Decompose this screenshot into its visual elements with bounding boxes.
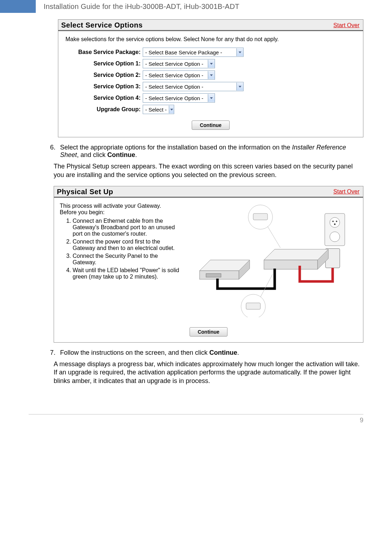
step-6: 6. Select the appropriate options for th… [50,144,363,159]
panel-intro-line-1: This process will activate your Gateway. [60,203,181,209]
select-value: - Select Service Option - [143,61,208,67]
continue-word: Continue [107,151,135,158]
step-body: Select the appropriate options for the i… [60,144,363,159]
svg-rect-11 [253,213,268,220]
panel-title: Physical Set Up [57,188,113,196]
continue-button[interactable]: Continue [190,327,228,337]
select-service-options-panel: Select Service Options Start Over Make s… [58,19,363,137]
document-title: Installation Guide for the iHub-3000B-AD… [44,3,239,11]
svg-rect-9 [206,274,221,277]
service-option-3-select[interactable]: - Select Service Option - [143,82,244,91]
svg-point-3 [332,221,334,222]
svg-line-12 [268,226,280,248]
physical-setup-panel: Physical Set Up Start Over This process … [54,186,363,343]
select-value: - Select Base Service Package - [143,49,236,55]
select-value: - Select - [143,107,169,113]
svg-rect-14 [246,303,260,309]
text: . [135,151,137,158]
step-7: 7. Follow the instructions on the screen… [50,349,363,357]
list-item: Connect the power cord first to the Gate… [73,239,181,251]
chevron-down-icon[interactable] [169,105,174,113]
step-number: 7. [50,349,60,357]
continue-word: Continue [209,349,237,356]
svg-point-2 [330,232,340,242]
svg-rect-7 [264,260,318,269]
panel-header: Physical Set Up Start Over [54,186,363,198]
list-item: Wait until the LED labeled "Power" is so… [73,267,181,280]
list-item: Connect the Security Panel to the Gatewa… [73,253,181,266]
svg-line-15 [260,274,273,297]
svg-rect-5 [334,224,335,225]
chevron-down-icon[interactable] [236,48,243,56]
step-6-follow-text: The Physical Setup screen appears. The e… [54,162,363,180]
page-footer: 9 [29,414,363,435]
gateway-diagram-svg [185,203,357,317]
base-service-select[interactable]: - Select Base Service Package - [143,48,244,57]
svg-point-1 [330,217,340,227]
step-body: Follow the instructions on the screen, a… [60,349,363,357]
text: Follow the instructions on the screen, a… [60,349,209,356]
text: , and click [77,151,107,158]
chevron-down-icon[interactable] [208,94,215,102]
text: . [237,349,239,356]
setup-steps-list: Connect an Ethernet cable from the Gatew… [73,218,181,280]
service-option-2-select[interactable]: - Select Service Option - [143,70,215,80]
panel-title: Select Service Options [61,21,143,29]
select-value: - Select Service Option - [143,72,208,78]
panel-intro: Make selections for the service options … [65,36,356,43]
select-value: - Select Service Option - [143,84,236,90]
base-service-label: Base Service Package: [65,49,143,55]
continue-button[interactable]: Continue [192,121,230,130]
chevron-down-icon[interactable] [236,83,243,90]
header-accent-block [0,0,36,13]
page-header: Installation Guide for the iHub-3000B-AD… [0,0,392,13]
upgrade-group-select[interactable]: - Select - [143,105,174,114]
service-option-1-label: Service Option 1: [65,60,143,67]
service-option-2-label: Service Option 2: [65,72,143,78]
list-item: Connect an Ethernet cable from the Gatew… [73,218,181,237]
step-7-follow-text: A message displays a progress bar, which… [54,360,363,386]
chevron-down-icon[interactable] [208,71,215,79]
upgrade-group-label: Upgrade Group: [65,106,143,113]
chevron-down-icon[interactable] [208,60,215,68]
service-option-4-label: Service Option 4: [65,95,143,101]
service-option-1-select[interactable]: - Select Service Option - [143,59,215,68]
panel-header: Select Service Options Start Over [58,20,363,31]
panel-intro-line-2: Before you begin: [60,209,181,216]
step-number: 6. [50,144,60,159]
svg-point-4 [336,221,337,222]
service-option-3-label: Service Option 3: [65,83,143,90]
page-number: 9 [360,417,363,424]
start-over-link[interactable]: Start Over [333,188,359,195]
text: Select the appropriate options for the i… [60,144,292,151]
start-over-link[interactable]: Start Over [333,22,359,29]
select-value: - Select Service Option - [143,95,208,101]
service-option-4-select[interactable]: - Select Service Option - [143,93,215,103]
gateway-diagram [185,203,357,317]
